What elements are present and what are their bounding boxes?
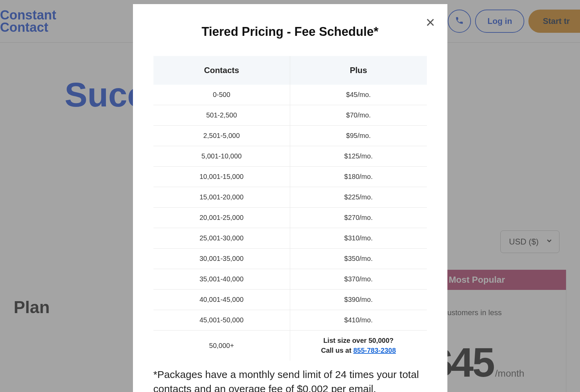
tier-contacts: 15,001-20,000	[153, 187, 290, 208]
tier-contacts: 30,001-35,000	[153, 249, 290, 269]
pricing-modal: × Tiered Pricing - Fee Schedule* Contact…	[133, 4, 447, 392]
tier-price: $370/mo.	[290, 269, 427, 290]
tier-contacts: 40,001-45,000	[153, 290, 290, 310]
fee-table: Contacts Plus 0-500$45/mo.501-2,500$70/m…	[153, 56, 427, 361]
tier-price: $310/mo.	[290, 228, 427, 249]
table-row-over: 50,000+List size over 50,000?Call us at …	[153, 331, 427, 361]
table-row: 501-2,500$70/mo.	[153, 105, 427, 126]
table-row: 0-500$45/mo.	[153, 85, 427, 105]
over-phone-link[interactable]: 855-783-2308	[353, 347, 396, 354]
table-row: 45,001-50,000$410/mo.	[153, 310, 427, 331]
table-row: 2,501-5,000$95/mo.	[153, 126, 427, 146]
close-button[interactable]: ×	[426, 14, 435, 30]
tier-price: $390/mo.	[290, 290, 427, 310]
tier-price: $70/mo.	[290, 105, 427, 126]
tier-contacts: 10,001-15,000	[153, 167, 290, 187]
tier-price: $95/mo.	[290, 126, 427, 146]
table-row: 40,001-45,000$390/mo.	[153, 290, 427, 310]
tier-contacts: 501-2,500	[153, 105, 290, 126]
tier-price: $350/mo.	[290, 249, 427, 269]
tier-price: $270/mo.	[290, 208, 427, 228]
tier-price: $125/mo.	[290, 146, 427, 167]
table-row: 35,001-40,000$370/mo.	[153, 269, 427, 290]
over-title: List size over 50,000?	[294, 337, 423, 345]
table-row: 15,001-20,000$225/mo.	[153, 187, 427, 208]
tier-price: $180/mo.	[290, 167, 427, 187]
tier-price: $410/mo.	[290, 310, 427, 331]
col-plus: Plus	[290, 56, 427, 85]
close-icon: ×	[426, 13, 435, 31]
table-row: 5,001-10,000$125/mo.	[153, 146, 427, 167]
col-contacts: Contacts	[153, 56, 290, 85]
table-row: 25,001-30,000$310/mo.	[153, 228, 427, 249]
tier-price: $45/mo.	[290, 85, 427, 105]
tier-contacts: 45,001-50,000	[153, 310, 290, 331]
tier-contacts: 2,501-5,000	[153, 126, 290, 146]
tier-contacts: 5,001-10,000	[153, 146, 290, 167]
tier-contacts: 25,001-30,000	[153, 228, 290, 249]
modal-footnote: *Packages have a monthly send limit of 2…	[153, 367, 427, 392]
table-row: 20,001-25,000$270/mo.	[153, 208, 427, 228]
tier-contacts-over: 50,000+	[153, 331, 290, 361]
tier-contacts: 0-500	[153, 85, 290, 105]
table-row: 30,001-35,000$350/mo.	[153, 249, 427, 269]
tier-over-cell: List size over 50,000?Call us at 855-783…	[290, 331, 427, 361]
tier-contacts: 35,001-40,000	[153, 269, 290, 290]
over-call-text: Call us at	[321, 347, 353, 354]
modal-title: Tiered Pricing - Fee Schedule*	[153, 25, 427, 39]
tier-contacts: 20,001-25,000	[153, 208, 290, 228]
tier-price: $225/mo.	[290, 187, 427, 208]
table-row: 10,001-15,000$180/mo.	[153, 167, 427, 187]
modal-overlay[interactable]: × Tiered Pricing - Fee Schedule* Contact…	[0, 0, 580, 392]
